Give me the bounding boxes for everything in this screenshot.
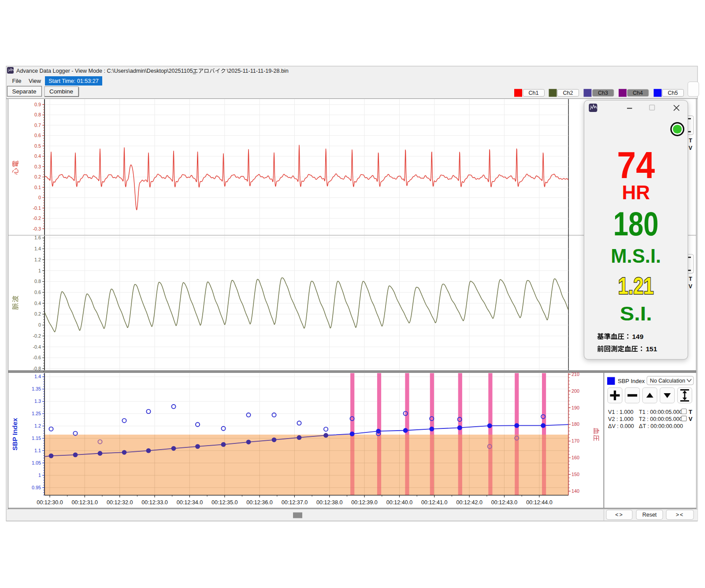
svg-text:1.21: 1.21: [618, 272, 654, 299]
svg-text:V2 : 1.000: V2 : 1.000: [608, 416, 633, 422]
svg-text:1.4: 1.4: [34, 374, 41, 379]
svg-text:0: 0: [38, 322, 41, 327]
svg-text:1.2: 1.2: [34, 423, 41, 428]
svg-text:SBP Index: SBP Index: [618, 378, 645, 384]
svg-text:160: 160: [571, 455, 579, 460]
svg-text:1.3: 1.3: [34, 398, 41, 404]
svg-text:1.15: 1.15: [32, 435, 41, 441]
svg-text:140: 140: [571, 488, 579, 494]
svg-text:210: 210: [571, 372, 579, 377]
svg-text:SBP Index: SBP Index: [11, 417, 19, 450]
svg-text:0.8: 0.8: [34, 112, 41, 117]
svg-text:-0.6: -0.6: [33, 355, 41, 360]
svg-text:0.2: 0.2: [34, 311, 41, 316]
svg-text:ΔV : 0.000: ΔV : 0.000: [608, 423, 634, 429]
svg-text:1: 1: [38, 268, 41, 273]
svg-text:0.5: 0.5: [34, 143, 41, 149]
svg-text:1.1: 1.1: [34, 448, 41, 453]
svg-text:1.05: 1.05: [32, 460, 41, 465]
svg-text:V1 : 1.000: V1 : 1.000: [608, 409, 633, 415]
svg-text:00:12:41.0: 00:12:41.0: [421, 499, 448, 506]
svg-text:190: 190: [571, 405, 579, 410]
svg-text:00:12:39.0: 00:12:39.0: [351, 499, 378, 506]
svg-text:Advance Data Logger - View Mod: Advance Data Logger - View Mode : C:\Use…: [16, 68, 197, 74]
svg-text:Reset: Reset: [642, 512, 657, 518]
svg-text:V: V: [689, 145, 693, 151]
svg-text:No Calculation: No Calculation: [650, 378, 685, 384]
svg-text:Ch1: Ch1: [529, 90, 539, 96]
svg-text:00:12:34.0: 00:12:34.0: [177, 499, 203, 506]
svg-text:149: 149: [632, 333, 644, 340]
svg-text:><: ><: [676, 512, 684, 518]
svg-text:S.I.: S.I.: [620, 302, 652, 325]
svg-text:0.4: 0.4: [34, 153, 41, 159]
svg-text:180: 180: [613, 205, 659, 242]
svg-text:00:12:42.0: 00:12:42.0: [456, 499, 482, 506]
svg-text:00:12:40.0: 00:12:40.0: [386, 499, 413, 506]
svg-text:T: T: [689, 138, 692, 144]
svg-text:74: 74: [617, 144, 655, 186]
svg-text:00:12:43.0: 00:12:43.0: [491, 499, 518, 506]
svg-text:170: 170: [571, 438, 579, 443]
svg-text:\2025-11-11-11-19-28.bin: \2025-11-11-11-19-28.bin: [227, 68, 289, 74]
svg-text:<>: <>: [615, 512, 623, 518]
svg-text:ΔT : 00:00:00.000: ΔT : 00:00:00.000: [639, 423, 683, 429]
svg-text:1.4: 1.4: [34, 246, 41, 251]
svg-text:T: T: [689, 276, 692, 282]
svg-text:0.1: 0.1: [34, 185, 41, 190]
svg-text:1: 1: [38, 473, 41, 478]
svg-text:00:12:32.0: 00:12:32.0: [107, 499, 133, 506]
svg-text:00:12:36.0: 00:12:36.0: [246, 499, 273, 506]
svg-text:150: 150: [571, 472, 579, 477]
svg-text:00:12:35.0: 00:12:35.0: [212, 499, 238, 506]
svg-text:200: 200: [571, 388, 579, 394]
svg-text:0.95: 0.95: [32, 485, 41, 490]
svg-text:-0.4: -0.4: [33, 344, 41, 350]
svg-text:Ch2: Ch2: [563, 90, 573, 96]
svg-text:View: View: [29, 78, 41, 84]
svg-text:-0.3: -0.3: [33, 226, 41, 231]
svg-text:00:12:31.0: 00:12:31.0: [72, 499, 98, 506]
svg-text:-0.8: -0.8: [33, 366, 41, 371]
svg-text:-0.1: -0.1: [33, 205, 41, 211]
svg-text:Ch5: Ch5: [668, 90, 678, 96]
svg-text:File: File: [12, 78, 22, 84]
svg-text:T: T: [689, 409, 692, 415]
svg-text:0.3: 0.3: [34, 164, 41, 169]
svg-text:1.6: 1.6: [34, 235, 41, 240]
svg-text:-0.2: -0.2: [33, 216, 41, 221]
svg-text:1.35: 1.35: [32, 386, 41, 391]
svg-text:M.S.I.: M.S.I.: [611, 245, 661, 267]
svg-text:T1 : 00:00:05.000: T1 : 00:00:05.000: [639, 409, 683, 415]
svg-text:1.2: 1.2: [34, 257, 41, 262]
svg-text:V: V: [689, 283, 693, 290]
svg-text:Ch4: Ch4: [633, 90, 643, 96]
svg-text:180: 180: [571, 421, 579, 427]
svg-text:Separate: Separate: [12, 88, 37, 95]
svg-text:0.7: 0.7: [34, 123, 41, 128]
svg-text:HR: HR: [622, 182, 650, 203]
svg-text:V: V: [689, 416, 693, 422]
svg-text:Ch3: Ch3: [598, 90, 608, 96]
svg-text:00:12:44.0: 00:12:44.0: [526, 499, 553, 506]
svg-text:151: 151: [646, 345, 657, 353]
svg-text:00:12:37.0: 00:12:37.0: [282, 499, 308, 506]
svg-text:0.6: 0.6: [34, 133, 41, 138]
svg-text:0.6: 0.6: [34, 290, 41, 295]
svg-text:00:12:30.0: 00:12:30.0: [37, 499, 63, 506]
svg-text:-0.2: -0.2: [33, 333, 41, 339]
svg-text:Start Time: 01:53:27: Start Time: 01:53:27: [48, 78, 98, 84]
svg-text:0.2: 0.2: [34, 174, 41, 179]
svg-text:00:12:38.0: 00:12:38.0: [316, 499, 343, 506]
svg-text:Combine: Combine: [49, 88, 73, 95]
svg-text:00:12:33.0: 00:12:33.0: [141, 499, 168, 506]
svg-text:T2 : 00:00:05.000: T2 : 00:00:05.000: [639, 416, 683, 422]
svg-text:1.25: 1.25: [32, 411, 41, 416]
svg-text:0.4: 0.4: [34, 301, 41, 306]
svg-text:0: 0: [38, 195, 41, 200]
svg-text:0.8: 0.8: [34, 279, 41, 284]
svg-text:0.9: 0.9: [34, 102, 41, 107]
